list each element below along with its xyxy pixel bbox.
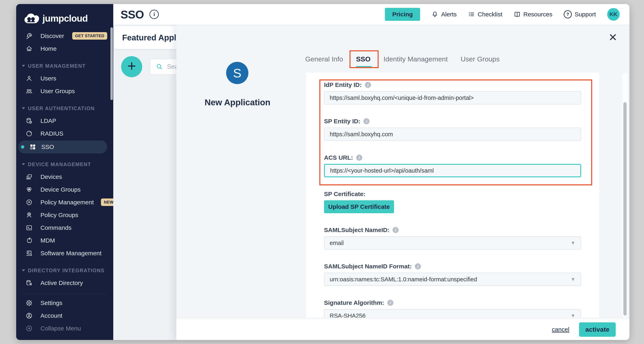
sidebar-item-mdm[interactable]: MDM: [16, 234, 113, 247]
support-menu-item[interactable]: ? Support: [564, 10, 596, 18]
dropdown-caret-icon: ▼: [570, 277, 576, 282]
sidebar-item-label: Discover: [40, 32, 64, 39]
alerts-menu-item[interactable]: Alerts: [432, 11, 457, 18]
cancel-button[interactable]: cancel: [552, 326, 569, 333]
home-icon: [25, 45, 33, 52]
checklist-menu-item[interactable]: Checklist: [468, 11, 502, 18]
sidebar-item-label: LDAP: [40, 117, 56, 124]
sp-certificate-label: SP Certificate:: [324, 191, 366, 197]
signature-algorithm-group: Signature Algorithm: i RSA-SHA256 ▼: [324, 299, 581, 318]
application-name: New Application: [187, 98, 288, 107]
sidebar-item-discover[interactable]: Discover GET STARTED: [16, 29, 113, 42]
sidebar-item-label: Software Management: [40, 250, 102, 257]
signature-algorithm-label: Signature Algorithm:: [324, 299, 384, 306]
sp-entity-id-input[interactable]: https://saml.boxyhq.com: [324, 128, 581, 141]
sidebar-section-directory-integrations[interactable]: DIRECTORY INTEGRATIONS: [16, 264, 113, 277]
activate-button[interactable]: activate: [579, 322, 616, 337]
policy-icon: [25, 199, 33, 206]
checklist-label: Checklist: [478, 11, 502, 18]
sidebar-item-account[interactable]: Account: [16, 309, 113, 322]
resources-menu-item[interactable]: Resources: [514, 11, 552, 18]
sidebar-item-label: Devices: [40, 173, 62, 180]
sidebar-section-label: DIRECTORY INTEGRATIONS: [28, 268, 104, 274]
sidebar-section-label: USER MANAGEMENT: [28, 63, 86, 69]
sidebar-item-users[interactable]: Users: [16, 72, 113, 85]
sidebar-item-label: Account: [40, 312, 62, 319]
nameid-group: SAMLSubject NameID: i email ▼: [324, 227, 581, 250]
sidebar-item-user-groups[interactable]: User Groups: [16, 85, 113, 97]
content-area: Featured Applica + Sear ✕ S New Applicat…: [113, 25, 630, 340]
sidebar-item-label: MDM: [40, 237, 55, 244]
info-icon[interactable]: i: [150, 10, 159, 19]
modal-footer: cancel activate: [176, 319, 630, 340]
pricing-button[interactable]: Pricing: [385, 8, 420, 21]
policy-groups-icon: [25, 212, 33, 219]
nameid-format-label: SAMLSubject NameID Format:: [324, 263, 412, 270]
acs-url-input[interactable]: https://<your-hosted-url>/api/oauth/saml: [324, 164, 581, 177]
tab-sso[interactable]: SSO: [356, 55, 370, 63]
idp-entity-id-input[interactable]: https://saml.boxyhq.com/<unique-id-from-…: [324, 91, 581, 104]
resources-label: Resources: [524, 11, 552, 18]
sidebar-item-policy-management[interactable]: Policy Management NEW: [16, 196, 113, 209]
sidebar-item-devices[interactable]: Devices: [16, 170, 113, 183]
user-icon: [25, 75, 33, 82]
info-icon[interactable]: i: [415, 263, 421, 269]
new-application-modal: ✕ S New Application General Info SSO Ide…: [176, 25, 630, 340]
arrow-left-circle-icon: [25, 325, 33, 332]
info-icon[interactable]: i: [392, 227, 399, 233]
sidebar-scrollbar[interactable]: [110, 27, 113, 100]
upload-sp-certificate-button[interactable]: Upload SP Certificate: [324, 200, 394, 213]
chevron-down-icon: [22, 269, 25, 272]
nameid-format-select[interactable]: urn:oasis:names:tc:SAML:1.0:nameid-forma…: [324, 273, 581, 286]
info-icon[interactable]: i: [364, 118, 370, 124]
gear-icon: [25, 300, 33, 307]
avatar[interactable]: KK: [607, 8, 620, 21]
sidebar-section-device-management[interactable]: DEVICE MANAGEMENT: [16, 158, 113, 170]
nameid-select[interactable]: email ▼: [324, 236, 581, 250]
chevron-down-icon: [22, 163, 25, 165]
jumpcloud-logo[interactable]: jumpcloud: [16, 4, 113, 29]
sidebar-item-commands[interactable]: Commands: [16, 221, 113, 234]
sidebar-item-sso[interactable]: SSO: [18, 140, 107, 153]
grid-icon: [29, 143, 37, 150]
sidebar-item-radius[interactable]: RADIUS: [16, 127, 113, 140]
sidebar-section-user-management[interactable]: USER MANAGEMENT: [16, 60, 113, 72]
apple-icon: [25, 237, 33, 244]
modal-tabs: General Info SSO Identity Management Use…: [305, 55, 500, 63]
modal-scrollbar-thumb[interactable]: [623, 102, 626, 316]
sidebar-item-settings[interactable]: Settings: [16, 297, 113, 309]
laptop-apps-icon: [25, 250, 33, 257]
sidebar-item-label: Active Directory: [40, 280, 83, 286]
search-icon: [156, 63, 163, 70]
sidebar-item-label: Device Groups: [40, 186, 80, 193]
sp-entity-id-group: SP Entity ID: i https://saml.boxyhq.com: [324, 118, 581, 141]
sidebar-item-software-management[interactable]: Software Management: [16, 247, 113, 260]
user-circle-icon: [25, 312, 33, 319]
tab-identity-management[interactable]: Identity Management: [384, 55, 448, 63]
close-icon[interactable]: ✕: [608, 32, 617, 43]
signature-algorithm-select[interactable]: RSA-SHA256 ▼: [324, 309, 581, 318]
idp-entity-id-label: IdP Entity ID:: [324, 81, 362, 88]
new-badge: NEW: [101, 198, 113, 206]
sidebar-divider: [23, 294, 106, 294]
sidebar-item-policy-groups[interactable]: Policy Groups: [16, 209, 113, 221]
sidebar-item-label: Settings: [40, 300, 62, 307]
add-application-button[interactable]: +: [121, 56, 142, 77]
sidebar-item-ldap[interactable]: LDAP: [16, 114, 113, 127]
sidebar-section-user-authentication[interactable]: USER AUTHENTICATION: [16, 102, 113, 114]
sidebar-item-label: Commands: [40, 224, 72, 231]
sidebar-item-active-directory[interactable]: Active Directory: [16, 277, 113, 289]
main-area: SSO i Pricing Alerts Checklist Resources: [113, 4, 630, 340]
sidebar-item-collapse-menu[interactable]: Collapse Menu: [16, 322, 113, 335]
sso-form-panel: IdP Entity ID: i https://saml.boxyhq.com…: [306, 72, 599, 318]
tab-user-groups[interactable]: User Groups: [460, 55, 500, 63]
sidebar-item-device-groups[interactable]: Device Groups: [16, 183, 113, 196]
checklist-icon: [468, 11, 475, 18]
tab-general-info[interactable]: General Info: [305, 55, 343, 63]
sidebar-item-home[interactable]: Home: [16, 42, 113, 55]
info-icon[interactable]: i: [356, 155, 362, 161]
application-logo: S: [226, 62, 248, 84]
sidebar-section-label: USER AUTHENTICATION: [28, 105, 95, 111]
info-icon[interactable]: i: [365, 82, 371, 88]
info-icon[interactable]: i: [387, 300, 394, 306]
